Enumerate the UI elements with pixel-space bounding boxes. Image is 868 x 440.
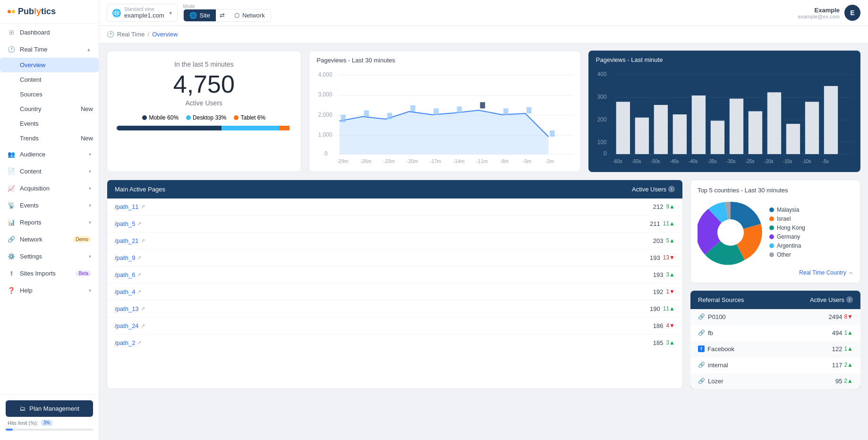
table-row-path[interactable]: /path_11 ↗ [115, 203, 653, 210]
sidebar-item-network[interactable]: 🔗 Network Demo [0, 231, 99, 248]
svg-text:-10s: -10s [802, 159, 811, 164]
ref-source-name[interactable]: 🔗 fb [698, 329, 832, 336]
external-link-icon: ↗ [137, 255, 141, 261]
table-row-path[interactable]: /path_24 ↗ [115, 322, 653, 329]
table-row: /path_24 ↗ 186 4▼ [107, 318, 682, 335]
sidebar-item-country[interactable]: Country New [0, 102, 99, 116]
users-icon: 👥 [8, 150, 15, 158]
help-icon: ❓ [8, 286, 15, 294]
logo-dot-yellow [12, 10, 15, 13]
site-icon: 🌐 [189, 12, 197, 19]
sidebar-item-acquisition[interactable]: 📈 Acquisition ▾ [0, 180, 99, 197]
mode-buttons: 🌐 Site ⇄ ⬡ Network [183, 9, 271, 22]
sidebar-item-content2[interactable]: 📄 Content ▾ [0, 163, 99, 180]
network-icon: ⬡ [234, 12, 239, 19]
table-row-path[interactable]: /path_13 ↗ [115, 305, 650, 312]
chevron-down-icon: ▾ [89, 152, 91, 157]
table-row-users: 211 11▲ [650, 220, 675, 227]
svg-text:100: 100 [597, 139, 606, 146]
chevron-down-icon-6: ▾ [89, 254, 91, 259]
chevron-down-icon-3: ▾ [89, 186, 91, 191]
hongkong-dot [769, 225, 774, 230]
real-time-country-link[interactable]: Real Time Country → [698, 269, 853, 276]
hits-progress-bar [6, 429, 93, 431]
grid-icon: ⊞ [8, 28, 15, 36]
svg-rect-16 [457, 106, 462, 112]
legend-other: Other [769, 251, 805, 258]
site-selector[interactable]: 🌐 Standard view example1.com ▾ [107, 4, 178, 22]
mode-label: Mode [183, 4, 271, 9]
sidebar-item-audience[interactable]: 👥 Audience ▾ [0, 146, 99, 163]
sidebar-item-realtime[interactable]: 🕐 Real Time ▲ [0, 41, 99, 58]
sidebar-item-dashboard[interactable]: ⊞ Dashboard [0, 24, 99, 41]
table-row: /path_4 ↗ 192 1▼ [107, 284, 682, 301]
au-label: Active Users [186, 99, 223, 107]
svg-rect-43 [654, 105, 667, 154]
table-row-path[interactable]: /path_6 ↗ [115, 271, 653, 278]
sidebar-bottom: 🗂 Plan Management Hits limit (%): 3% [0, 394, 99, 440]
table-row-path[interactable]: /path_21 ↗ [115, 237, 653, 244]
logo-dot-orange [8, 10, 11, 13]
site-name: example1.com [124, 12, 164, 19]
external-link-icon: ↗ [137, 289, 141, 295]
ref-source-name[interactable]: f Facebook [698, 345, 832, 353]
chevron-down-icon-site: ▾ [169, 9, 172, 17]
svg-text:-5m: -5m [522, 158, 531, 164]
plan-icon: 🗂 [19, 405, 26, 412]
svg-text:-60s: -60s [613, 159, 622, 164]
gear-icon: ⚙️ [8, 252, 15, 260]
ref-source-name[interactable]: 🔗 Lozer [698, 378, 835, 385]
ref-source-name[interactable]: 🔗 internal [698, 362, 832, 369]
mode-switch-icon[interactable]: ⇄ [216, 9, 229, 21]
pageviews-30m-title: Pageviews - Last 30 minutes [309, 51, 580, 64]
sidebar-item-overview[interactable]: Overview [0, 58, 99, 72]
ref-change: 1▲ [844, 329, 853, 336]
table-row-path[interactable]: /path_2 ↗ [115, 339, 653, 346]
ref-source-name[interactable]: 🔗 P0100 [698, 313, 829, 320]
table-row-users: 203 5▲ [653, 237, 675, 244]
malaysia-dot [769, 207, 774, 212]
referral-info-icon: i [846, 296, 853, 303]
svg-text:2,000: 2,000 [318, 112, 332, 118]
country-new-badge: New [81, 105, 93, 112]
avatar[interactable]: E [844, 5, 860, 21]
mode-site-button[interactable]: 🌐 Site [184, 9, 216, 21]
sidebar-item-settings[interactable]: ⚙️ Settings ▾ [0, 248, 99, 265]
israel-dot [769, 216, 774, 221]
bar-chart-icon: 📊 [8, 218, 15, 226]
au-subtitle: In the last 5 minutes [174, 60, 233, 68]
info-icon: i [668, 186, 675, 192]
change-indicator: 1▼ [666, 288, 675, 295]
user-name: Example [798, 7, 840, 14]
svg-text:-50s: -50s [651, 159, 660, 164]
hits-label: Hits limit (%): 3% [6, 417, 93, 427]
svg-rect-20 [550, 130, 555, 137]
legend-argentina: Argentina [769, 242, 805, 249]
table-row-path[interactable]: /path_4 ↗ [115, 288, 653, 295]
top5-countries-card: Top 5 countries - Last 30 minutes [690, 180, 860, 283]
desktop-legend: Desktop 33% [186, 114, 226, 121]
sidebar-item-events[interactable]: Events [0, 116, 99, 131]
sidebar-item-content[interactable]: Content [0, 72, 99, 87]
sidebar-item-help[interactable]: ❓ Help ▾ [0, 282, 99, 299]
mode-network-button[interactable]: ⬡ Network [229, 9, 271, 21]
sidebar-item-events2[interactable]: 📡 Events ▾ [0, 197, 99, 214]
change-indicator: 5▲ [666, 237, 675, 244]
sidebar-item-sources[interactable]: Sources [0, 87, 99, 102]
svg-rect-44 [673, 114, 687, 154]
svg-text:300: 300 [597, 94, 606, 100]
sidebar-item-sitesimports[interactable]: ⬆ Sites Imports Beta [0, 265, 99, 282]
table-row-path[interactable]: /path_5 ↗ [115, 220, 650, 227]
plan-management-button[interactable]: 🗂 Plan Management [6, 400, 93, 417]
chevron-down-icon-7: ▾ [89, 288, 91, 293]
mobile-legend: Mobile 60% [142, 114, 179, 121]
svg-text:-8m: -8m [500, 158, 509, 164]
sidebar-item-reports[interactable]: 📊 Reports ▾ [0, 214, 99, 231]
table-row: /path_13 ↗ 190 11▲ [107, 301, 682, 318]
breadcrumb-section[interactable]: Real Time [117, 31, 145, 38]
table-row-path[interactable]: /path_9 ↗ [115, 254, 650, 261]
argentina-dot [769, 243, 774, 248]
sidebar-item-trends[interactable]: Trends New [0, 131, 99, 146]
pageviews-1m-chart: 400 300 200 100 0 [588, 63, 860, 171]
logo-text: Publytics [18, 7, 56, 17]
